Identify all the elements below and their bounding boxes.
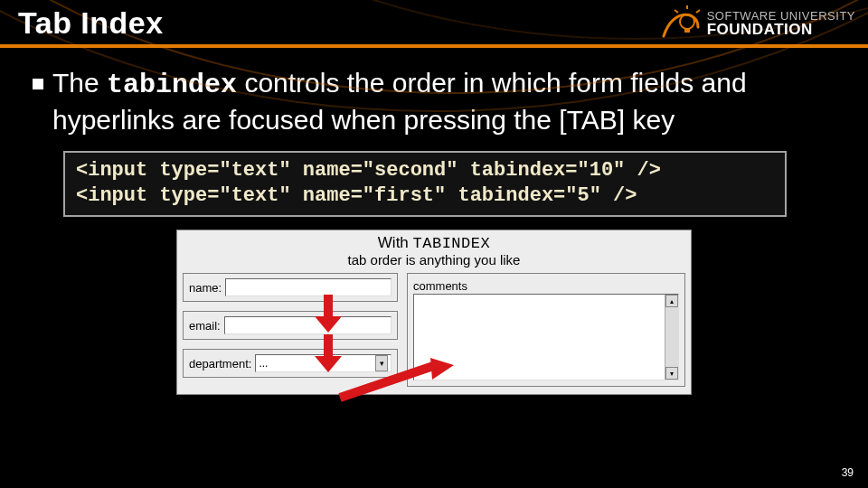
lightbulb-icon bbox=[660, 5, 702, 42]
figure-scrollbar: ▴ ▾ bbox=[665, 295, 678, 380]
figure-select-value: ... bbox=[259, 357, 375, 370]
figure-wrap: With TABINDEX tab order is anything you … bbox=[33, 230, 835, 395]
scroll-down-icon: ▾ bbox=[665, 367, 678, 380]
tabindex-figure: With TABINDEX tab order is anything you … bbox=[176, 230, 692, 395]
logo-text: SOFTWARE UNIVERSITY FOUNDATION bbox=[707, 10, 855, 37]
figure-input-email bbox=[224, 316, 392, 334]
code-line1: <input type="text" name="second" tabinde… bbox=[76, 159, 661, 182]
figure-row-name: name: bbox=[183, 273, 398, 302]
figure-label-comments: comments bbox=[413, 279, 467, 293]
figure-title: With TABINDEX bbox=[183, 234, 685, 252]
figure-row-email: email: bbox=[183, 311, 398, 340]
figure-label-department: department: bbox=[189, 357, 251, 371]
svg-line-4 bbox=[675, 10, 678, 13]
figure-label-email: email: bbox=[189, 319, 221, 333]
figure-row-department: department: ... ▾ bbox=[183, 349, 398, 378]
page-number: 39 bbox=[842, 466, 854, 479]
figure-subtitle: tab order is anything you like bbox=[183, 252, 685, 267]
scroll-up-icon: ▴ bbox=[665, 295, 678, 307]
content-area: The tabindex controls the order in which… bbox=[0, 48, 868, 395]
logo-line2: FOUNDATION bbox=[707, 22, 855, 37]
bullet-key: [TAB] bbox=[559, 105, 625, 135]
figure-right-column: comments ▴ ▾ bbox=[407, 273, 685, 387]
bullet-text: The tabindex controls the order in which… bbox=[52, 66, 835, 136]
figure-title-pre: With bbox=[378, 234, 413, 251]
figure-input-name bbox=[225, 278, 392, 296]
figure-select-department: ... ▾ bbox=[255, 354, 392, 372]
bullet-code: tabindex bbox=[107, 70, 237, 100]
bullet-pre: The bbox=[52, 68, 107, 98]
figure-title-code: TABINDEX bbox=[413, 235, 491, 252]
code-line2: <input type="text" name="first" tabindex… bbox=[76, 184, 637, 207]
bullet-post: key bbox=[625, 105, 675, 135]
figure-label-name: name: bbox=[189, 281, 222, 295]
dropdown-icon: ▾ bbox=[375, 355, 388, 371]
code-block: <input type="text" name="second" tabinde… bbox=[63, 151, 787, 217]
svg-point-0 bbox=[680, 14, 694, 29]
bullet-square-icon bbox=[33, 79, 43, 89]
bullet-item: The tabindex controls the order in which… bbox=[33, 66, 835, 136]
logo: SOFTWARE UNIVERSITY FOUNDATION bbox=[660, 5, 855, 42]
figure-left-column: name: email: department: ... ▾ bbox=[183, 273, 398, 387]
figure-textarea bbox=[413, 294, 679, 380]
title-bar: Tab Index SOFTWARE UNIVERSITY FOUNDATION bbox=[0, 0, 868, 48]
svg-line-3 bbox=[696, 10, 700, 13]
figure-body: name: email: department: ... ▾ bbox=[183, 273, 685, 387]
svg-rect-1 bbox=[684, 28, 690, 33]
